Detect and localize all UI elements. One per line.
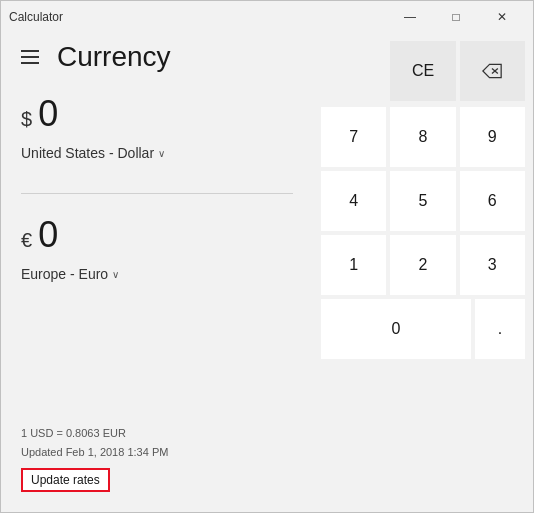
numpad-row-789: 7 8 9 [321, 107, 525, 167]
rate-line2: Updated Feb 1, 2018 1:34 PM [21, 444, 293, 462]
divider [21, 193, 293, 194]
ce-button[interactable]: CE [390, 41, 455, 101]
button-0[interactable]: 0 [321, 299, 471, 359]
rate-line1: 1 USD = 0.8063 EUR [21, 425, 293, 443]
numpad-row-456: 4 5 6 [321, 171, 525, 231]
footer-section: 1 USD = 0.8063 EUR Updated Feb 1, 2018 1… [21, 425, 293, 492]
to-chevron-icon: ∨ [112, 269, 119, 280]
function-row: CE [321, 41, 525, 101]
to-currency-dropdown[interactable]: Europe - Euro ∨ [21, 262, 119, 286]
to-symbol: € [21, 229, 32, 252]
hamburger-line-3 [21, 62, 39, 64]
page-title: Currency [57, 41, 171, 73]
numpad-row-0-decimal: 0 . [321, 299, 525, 359]
calculator-window: Calculator — □ ✕ Currency $ [0, 0, 534, 513]
maximize-button[interactable]: □ [433, 1, 479, 33]
title-bar-left: Calculator [9, 10, 63, 24]
close-button[interactable]: ✕ [479, 1, 525, 33]
backspace-icon [482, 63, 502, 79]
hamburger-button[interactable] [21, 45, 45, 69]
header-section: Currency [21, 33, 293, 93]
button-5[interactable]: 5 [390, 171, 455, 231]
numpad-row-123: 1 2 3 [321, 235, 525, 295]
from-currency-label: United States - Dollar [21, 145, 154, 161]
from-chevron-icon: ∨ [158, 148, 165, 159]
button-3[interactable]: 3 [460, 235, 525, 295]
to-currency-section: € 0 Europe - Euro ∨ [21, 214, 293, 286]
from-amount: $ 0 [21, 93, 293, 135]
title-bar: Calculator — □ ✕ [1, 1, 533, 33]
button-decimal[interactable]: . [475, 299, 525, 359]
button-1[interactable]: 1 [321, 235, 386, 295]
button-9[interactable]: 9 [460, 107, 525, 167]
button-7[interactable]: 7 [321, 107, 386, 167]
update-rates-button[interactable]: Update rates [21, 468, 110, 492]
button-2[interactable]: 2 [390, 235, 455, 295]
app-title: Calculator [9, 10, 63, 24]
hamburger-line-1 [21, 50, 39, 52]
button-4[interactable]: 4 [321, 171, 386, 231]
from-value: 0 [38, 93, 58, 135]
backspace-button[interactable] [460, 41, 525, 101]
to-currency-label: Europe - Euro [21, 266, 108, 282]
left-panel: Currency $ 0 United States - Dollar ∨ € … [1, 33, 313, 512]
from-currency-section: $ 0 United States - Dollar ∨ [21, 93, 293, 165]
from-symbol: $ [21, 108, 32, 131]
to-value: 0 [38, 214, 58, 256]
minimize-button[interactable]: — [387, 1, 433, 33]
content-area: Currency $ 0 United States - Dollar ∨ € … [1, 33, 533, 512]
button-6[interactable]: 6 [460, 171, 525, 231]
from-currency-dropdown[interactable]: United States - Dollar ∨ [21, 141, 165, 165]
numpad-panel: CE 7 8 9 4 5 6 [313, 33, 533, 512]
title-bar-controls: — □ ✕ [387, 1, 525, 33]
hamburger-line-2 [21, 56, 39, 58]
to-amount: € 0 [21, 214, 293, 256]
button-8[interactable]: 8 [390, 107, 455, 167]
